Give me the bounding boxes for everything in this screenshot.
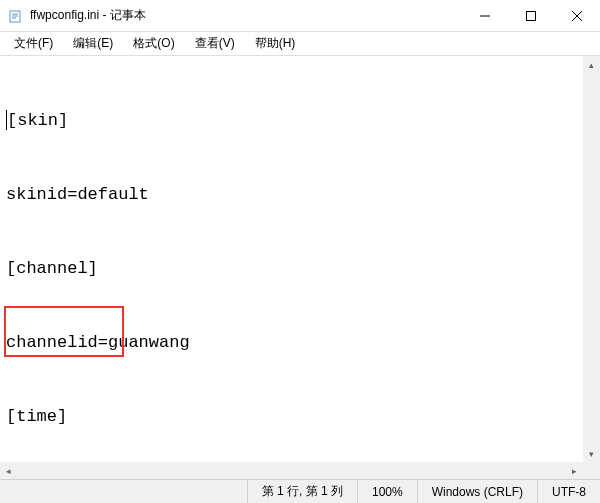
statusbar: 第 1 行, 第 1 列 100% Windows (CRLF) UTF-8: [0, 479, 600, 503]
menu-format[interactable]: 格式(O): [127, 33, 180, 54]
status-encoding: UTF-8: [538, 480, 600, 503]
menu-edit[interactable]: 编辑(E): [67, 33, 119, 54]
status-spacer: [0, 480, 248, 503]
text-line: [skin]: [7, 111, 68, 130]
notepad-icon: [8, 8, 24, 24]
text-line: channelid=guanwang: [6, 331, 594, 356]
menu-view[interactable]: 查看(V): [189, 33, 241, 54]
status-zoom: 100%: [358, 480, 418, 503]
menubar: 文件(F) 编辑(E) 格式(O) 查看(V) 帮助(H): [0, 32, 600, 56]
scroll-corner: [583, 462, 600, 479]
scroll-left-arrow[interactable]: ◂: [0, 462, 17, 479]
vertical-scrollbar[interactable]: ▴ ▾: [583, 56, 600, 462]
text-editor[interactable]: [skin] skinid=default [channel] channeli…: [0, 56, 600, 479]
editor-area: [skin] skinid=default [channel] channeli…: [0, 56, 600, 479]
text-line: [time]: [6, 405, 594, 430]
svg-rect-5: [527, 11, 536, 20]
titlebar: ffwpconfig.ini - 记事本: [0, 0, 600, 32]
horizontal-scrollbar[interactable]: ◂ ▸: [0, 462, 583, 479]
menu-help[interactable]: 帮助(H): [249, 33, 302, 54]
status-position: 第 1 行, 第 1 列: [248, 480, 358, 503]
close-button[interactable]: [554, 0, 600, 31]
text-line: skinid=default: [6, 183, 594, 208]
scroll-right-arrow[interactable]: ▸: [566, 462, 583, 479]
window-title: ffwpconfig.ini - 记事本: [30, 7, 462, 24]
minimize-button[interactable]: [462, 0, 508, 31]
scroll-up-arrow[interactable]: ▴: [583, 56, 600, 73]
status-line-ending: Windows (CRLF): [418, 480, 538, 503]
text-line: [channel]: [6, 257, 594, 282]
menu-file[interactable]: 文件(F): [8, 33, 59, 54]
maximize-button[interactable]: [508, 0, 554, 31]
scroll-down-arrow[interactable]: ▾: [583, 445, 600, 462]
window-controls: [462, 0, 600, 31]
